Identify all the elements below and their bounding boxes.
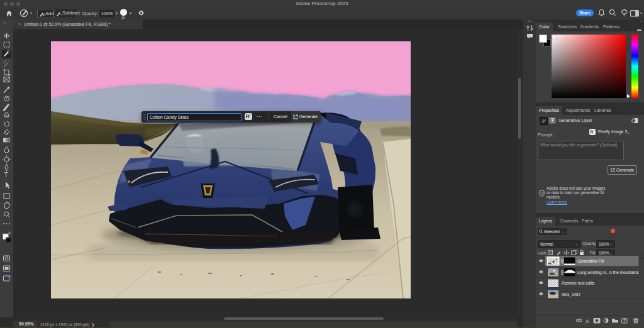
svg-text:Remove tool edits: Remove tool edits [562, 281, 595, 285]
svg-text:fx: fx [586, 318, 589, 324]
svg-text:Long winding ro...h the mounta: Long winding ro...h the mountains [577, 270, 639, 275]
svg-text:Generative Fill: Generative Fill [577, 259, 604, 263]
svg-text:IMG_1487: IMG_1487 [562, 292, 581, 297]
svg-text:T: T [4, 172, 8, 178]
